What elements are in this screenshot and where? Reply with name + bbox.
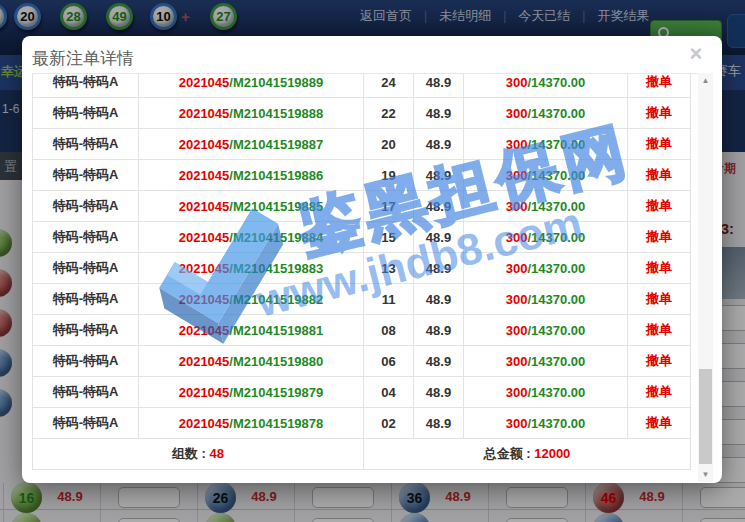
cancel-bet-link[interactable]: 撤单 — [646, 229, 672, 244]
cell-amount: 300/14370.00 — [464, 315, 628, 346]
cell-action: 撤单 — [628, 315, 691, 346]
cell-bet-type: 特码-特码A — [33, 284, 139, 315]
cell-order-no: 2021045/M21041519878 — [139, 408, 364, 439]
cell-amount: 300/14370.00 — [464, 73, 628, 98]
cell-action: 撤单 — [628, 191, 691, 222]
scroll-down-arrow[interactable]: ▼ — [698, 467, 713, 482]
cell-bet-type: 特码-特码A — [33, 315, 139, 346]
cell-bet-type: 特码-特码A — [33, 98, 139, 129]
groups-label: 组数 : — [172, 446, 210, 461]
cell-odds: 48.9 — [414, 284, 464, 315]
table-row: 特码-特码A2021045/M210415198841548.9300/1437… — [33, 222, 691, 253]
cell-number: 22 — [364, 98, 414, 129]
cell-bet-type: 特码-特码A — [33, 408, 139, 439]
cancel-bet-link[interactable]: 撤单 — [646, 74, 672, 89]
close-icon[interactable]: × — [682, 40, 710, 68]
table-footer-row: 组数 : 48 总金额 : 12000 — [33, 439, 691, 470]
cell-odds: 48.9 — [414, 222, 464, 253]
cancel-bet-link[interactable]: 撤单 — [646, 105, 672, 120]
cancel-bet-link[interactable]: 撤单 — [646, 136, 672, 151]
cell-action: 撤单 — [628, 377, 691, 408]
cell-number: 08 — [364, 315, 414, 346]
cancel-bet-link[interactable]: 撤单 — [646, 260, 672, 275]
cell-order-no: 2021045/M21041519888 — [139, 98, 364, 129]
table-row: 特码-特码A2021045/M210415198882248.9300/1437… — [33, 98, 691, 129]
cell-action: 撤单 — [628, 160, 691, 191]
table-row: 特码-特码A2021045/M210415198892448.9300/1437… — [33, 73, 691, 98]
cell-order-no: 2021045/M21041519887 — [139, 129, 364, 160]
bet-table-body: 特码-特码A2021045/M210415198892448.9300/1437… — [33, 73, 691, 439]
scrollbar-thumb[interactable] — [699, 369, 712, 464]
table-row: 特码-特码A2021045/M210415198861948.9300/1437… — [33, 160, 691, 191]
cell-bet-type: 特码-特码A — [33, 222, 139, 253]
scrollbar: ▲ ▼ — [698, 73, 713, 482]
cancel-bet-link[interactable]: 撤单 — [646, 322, 672, 337]
cell-amount: 300/14370.00 — [464, 284, 628, 315]
cell-action: 撤单 — [628, 346, 691, 377]
cell-number: 04 — [364, 377, 414, 408]
total-value: 12000 — [534, 446, 570, 461]
total-cell: 总金额 : 12000 — [364, 439, 691, 470]
cell-number: 24 — [364, 73, 414, 98]
table-row: 特码-特码A2021045/M210415198821148.9300/1437… — [33, 284, 691, 315]
cell-odds: 48.9 — [414, 129, 464, 160]
modal-title: 最新注单详情 — [32, 47, 134, 70]
cell-order-no: 2021045/M21041519886 — [139, 160, 364, 191]
cancel-bet-link[interactable]: 撤单 — [646, 353, 672, 368]
cell-action: 撤单 — [628, 408, 691, 439]
groups-value: 48 — [210, 446, 224, 461]
bet-table-scroll-area: 特码-特码A2021045/M210415198892448.9300/1437… — [32, 73, 712, 470]
table-row: 特码-特码A2021045/M210415198851748.9300/1437… — [33, 191, 691, 222]
cell-number: 13 — [364, 253, 414, 284]
cell-amount: 300/14370.00 — [464, 222, 628, 253]
cell-order-no: 2021045/M21041519889 — [139, 73, 364, 98]
cancel-bet-link[interactable]: 撤单 — [646, 198, 672, 213]
cell-order-no: 2021045/M21041519884 — [139, 222, 364, 253]
cell-odds: 48.9 — [414, 346, 464, 377]
cell-amount: 300/14370.00 — [464, 160, 628, 191]
cancel-bet-link[interactable]: 撤单 — [646, 167, 672, 182]
cell-amount: 300/14370.00 — [464, 98, 628, 129]
cancel-bet-link[interactable]: 撤单 — [646, 291, 672, 306]
cell-amount: 300/14370.00 — [464, 253, 628, 284]
groups-cell: 组数 : 48 — [33, 439, 364, 470]
cell-bet-type: 特码-特码A — [33, 191, 139, 222]
cell-bet-type: 特码-特码A — [33, 346, 139, 377]
cancel-bet-link[interactable]: 撤单 — [646, 384, 672, 399]
cell-action: 撤单 — [628, 222, 691, 253]
cell-order-no: 2021045/M21041519885 — [139, 191, 364, 222]
bet-details-modal: 最新注单详情 × 特码-特码A2021045/M210415198892448.… — [22, 36, 722, 483]
cell-action: 撤单 — [628, 73, 691, 98]
cell-order-no: 2021045/M21041519883 — [139, 253, 364, 284]
cell-amount: 300/14370.00 — [464, 408, 628, 439]
scroll-up-arrow[interactable]: ▲ — [698, 73, 713, 88]
cell-number: 19 — [364, 160, 414, 191]
table-row: 特码-特码A2021045/M210415198790448.9300/1437… — [33, 377, 691, 408]
cell-odds: 48.9 — [414, 408, 464, 439]
table-row: 特码-特码A2021045/M210415198810848.9300/1437… — [33, 315, 691, 346]
table-row: 特码-特码A2021045/M210415198872048.9300/1437… — [33, 129, 691, 160]
cell-number: 11 — [364, 284, 414, 315]
cell-number: 15 — [364, 222, 414, 253]
cell-action: 撤单 — [628, 129, 691, 160]
cell-number: 20 — [364, 129, 414, 160]
cell-action: 撤单 — [628, 284, 691, 315]
cell-amount: 300/14370.00 — [464, 346, 628, 377]
cell-number: 06 — [364, 346, 414, 377]
cell-action: 撤单 — [628, 98, 691, 129]
cell-odds: 48.9 — [414, 377, 464, 408]
cell-order-no: 2021045/M21041519879 — [139, 377, 364, 408]
cancel-bet-link[interactable]: 撤单 — [646, 415, 672, 430]
cell-number: 02 — [364, 408, 414, 439]
bet-table: 特码-特码A2021045/M210415198892448.9300/1437… — [32, 73, 691, 470]
cell-odds: 48.9 — [414, 73, 464, 98]
total-label: 总金额 : — [484, 446, 535, 461]
cell-action: 撤单 — [628, 253, 691, 284]
table-row: 特码-特码A2021045/M210415198780248.9300/1437… — [33, 408, 691, 439]
cell-odds: 48.9 — [414, 160, 464, 191]
cell-odds: 48.9 — [414, 98, 464, 129]
cell-amount: 300/14370.00 — [464, 191, 628, 222]
table-row: 特码-特码A2021045/M210415198831348.9300/1437… — [33, 253, 691, 284]
cell-bet-type: 特码-特码A — [33, 160, 139, 191]
cell-order-no: 2021045/M21041519882 — [139, 284, 364, 315]
